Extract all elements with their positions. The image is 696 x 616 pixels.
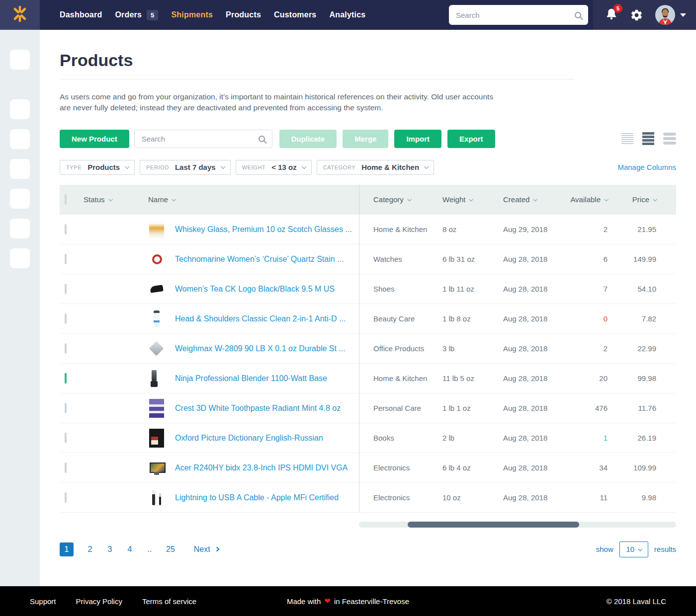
search-icon[interactable] [575, 12, 581, 18]
settings-button[interactable] [630, 8, 643, 22]
heart-icon: ❤ [324, 597, 331, 606]
table-row: Oxford Picture Dictionary English-Russia… [60, 423, 676, 453]
sidebar-shortcut[interactable] [10, 248, 30, 268]
product-name-link[interactable]: Acer R240HY bidx 23.8-Inch IPS HDMI DVI … [175, 463, 348, 472]
sidebar-shortcut[interactable] [10, 159, 30, 179]
row-checkbox[interactable] [65, 403, 67, 413]
weight-cell: 1 lb 8 oz [433, 314, 493, 323]
sidebar-shortcut[interactable] [10, 129, 30, 149]
next-page-button[interactable]: Next [194, 545, 219, 554]
row-checkbox[interactable] [65, 343, 67, 354]
product-name-link[interactable]: Women’s Tea CK Logo Black/Black 9.5 M US [175, 285, 335, 294]
horizontal-scrollbar-track[interactable] [359, 522, 676, 528]
product-name-link[interactable]: Technomarine Women’s ‘Cruise’ Quartz Sta… [175, 255, 344, 264]
column-header-status[interactable]: Status [84, 195, 148, 204]
global-search-input[interactable] [456, 11, 575, 19]
row-checkbox[interactable] [65, 433, 67, 443]
product-thumbnail-crest [149, 399, 164, 418]
column-header-price[interactable]: Price [621, 195, 676, 204]
sidebar-shortcut[interactable] [10, 189, 30, 209]
sidebar-shortcut[interactable] [10, 219, 30, 238]
footer-link-privacy-policy[interactable]: Privacy Policy [76, 597, 122, 606]
export-button[interactable]: Export [447, 130, 495, 148]
nav-item-customers[interactable]: Customers [274, 10, 316, 19]
merge-button[interactable]: Merge [343, 130, 388, 148]
nav-item-analytics[interactable]: Analytics [329, 10, 365, 19]
product-thumbnail-scale [149, 339, 164, 358]
row-checkbox[interactable] [65, 462, 67, 473]
sidebar-shortcut[interactable] [10, 50, 30, 70]
created-cell: Aug 28, 2018 [493, 255, 567, 263]
row-checkbox[interactable] [65, 313, 67, 324]
column-header-created[interactable]: Created [493, 195, 567, 204]
nav-item-orders[interactable]: Orders5 [115, 10, 158, 20]
row-checkbox[interactable] [65, 284, 67, 294]
column-header-weight[interactable]: Weight [433, 195, 493, 204]
category-cell: Personal Care [359, 393, 433, 423]
table-row: Lightning to USB A Cable - Apple MFi Cer… [60, 483, 676, 513]
filter-weight[interactable]: WEIGHT< 13 oz [236, 160, 312, 175]
price-cell: 54.10 [621, 285, 676, 293]
product-name-link[interactable]: Head & Shoulders Classic Clean 2-in-1 An… [175, 314, 346, 323]
page-2[interactable]: 2 [87, 545, 93, 554]
filter-bar: TYPEProductsPERIODLast 7 daysWEIGHT< 13 … [60, 160, 676, 175]
chevron-down-icon [680, 13, 686, 17]
column-header-category[interactable]: Category [359, 185, 433, 215]
duplicate-button[interactable]: Duplicate [279, 130, 337, 148]
available-cell: 6 [567, 255, 621, 263]
category-cell: Office Products [359, 334, 433, 364]
product-name-link[interactable]: Crest 3D White Toothpaste Radiant Mint 4… [175, 404, 341, 413]
list-view-icon[interactable] [642, 132, 654, 145]
row-checkbox[interactable] [65, 224, 67, 234]
manage-columns-link[interactable]: Manage Columns [617, 163, 676, 171]
row-checkbox[interactable] [65, 373, 67, 384]
available-cell: 2 [567, 225, 621, 233]
table-search-input[interactable] [142, 135, 259, 143]
product-name-link[interactable]: Oxford Picture Dictionary English-Russia… [175, 434, 323, 443]
sidebar-shortcut[interactable] [10, 99, 30, 119]
new-product-button[interactable]: New Product [60, 130, 129, 148]
table-row: Whiskey Glass, Premium 10 oz Scotch Glas… [60, 215, 676, 244]
footer-link-support[interactable]: Support [30, 597, 56, 606]
nav-item-shipments[interactable]: Shipments [171, 10, 213, 19]
row-checkbox[interactable] [65, 254, 67, 264]
search-icon[interactable] [259, 136, 265, 142]
filter-type[interactable]: TYPEProducts [60, 160, 135, 175]
created-cell: Aug 28, 2018 [493, 463, 567, 472]
product-name-link[interactable]: Lightning to USB A Cable - Apple MFi Cer… [175, 493, 339, 502]
column-header-name[interactable]: Name [148, 195, 359, 204]
sort-chevron-icon [604, 197, 608, 201]
filter-period[interactable]: PERIODLast 7 days [140, 160, 231, 175]
page-1[interactable]: 1 [60, 542, 74, 556]
table-row: Weighmax W-2809 90 LB X 0.1 oz Durable S… [60, 334, 676, 364]
product-name-link[interactable]: Weighmax W-2809 90 LB X 0.1 oz Durable S… [175, 344, 346, 353]
nav-item-products[interactable]: Products [226, 10, 261, 19]
per-page-select[interactable]: 10 [619, 541, 648, 557]
horizontal-scrollbar-thumb[interactable] [408, 522, 579, 528]
brand-logo[interactable] [0, 0, 40, 30]
created-cell: Aug 28, 2018 [493, 404, 567, 412]
nav-utilities: 5 [593, 0, 696, 30]
table-row: Acer R240HY bidx 23.8-Inch IPS HDMI DVI … [60, 453, 676, 483]
product-name-link[interactable]: Whiskey Glass, Premium 10 oz Scotch Glas… [175, 225, 352, 234]
page-4[interactable]: 4 [126, 545, 133, 554]
page-3[interactable]: 3 [106, 545, 113, 554]
nav-item-dashboard[interactable]: Dashboard [60, 10, 102, 19]
footer-link-terms-of-service[interactable]: Terms of service [142, 597, 196, 606]
comfortable-view-icon[interactable] [663, 133, 676, 145]
product-name-link[interactable]: Ninja Professional Blender 1100-Watt Bas… [175, 374, 327, 383]
import-button[interactable]: Import [394, 130, 441, 148]
row-checkbox[interactable] [65, 492, 67, 503]
notifications-button[interactable]: 5 [605, 7, 618, 22]
page-..[interactable]: .. [146, 545, 153, 554]
available-cell: 2 [567, 344, 621, 353]
page-numbers: 1234..25 [60, 542, 175, 556]
price-cell: 99.98 [621, 374, 676, 383]
select-all-checkbox[interactable] [65, 194, 67, 205]
column-header-available[interactable]: Available [567, 195, 621, 204]
filter-category[interactable]: CATEGORYHome & Kitchen [317, 160, 434, 175]
compact-view-icon[interactable] [621, 133, 633, 144]
page-25[interactable]: 25 [166, 545, 175, 554]
spark-logo-icon [11, 5, 28, 24]
user-menu[interactable] [655, 5, 686, 25]
